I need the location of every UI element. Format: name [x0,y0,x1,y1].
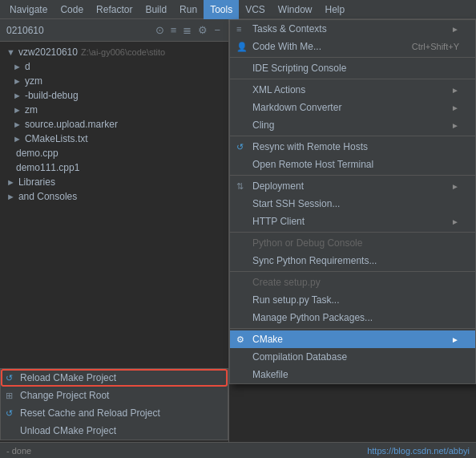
separator-4 [230,175,475,176]
rm-manage-packages[interactable]: Manage Python Packages... [230,309,475,326]
folder-icon-consoles: ► [6,192,15,201]
tree-label-marker: source.upload.marker [25,119,118,130]
reload-icon: ↺ [6,373,13,383]
separator-6 [230,271,475,272]
ctx-reset-cache[interactable]: ↺ Reset Cache and Reload Project [1,404,228,422]
tree-label-build: -build-debug [25,90,79,101]
rm-makefile[interactable]: Makefile [230,366,475,383]
status-url[interactable]: https://blog.csdn.net/abbyi [367,446,470,456]
deployment-icon: ⇅ [236,181,244,192]
rm-create-setup: Create setup.py [230,274,475,291]
tree-item-label: vzw20210610 [18,47,78,58]
rm-ssh[interactable]: Start SSH Session... [230,195,475,213]
tree-label-libraries: Libraries [18,176,55,188]
rm-remote-terminal[interactable]: Open Remote Host Terminal [230,156,475,173]
rm-python-debug: Python or Debug Console [230,234,475,252]
separator-5 [230,232,475,233]
ctx-change-root[interactable]: ⊞ Change Project Root [1,387,228,404]
separator-2 [230,79,475,79]
tree-item-cmake[interactable]: ► CMakeLists.txt [0,132,228,146]
tree-label-demo: demo.cpp [16,148,58,159]
menu-bar: Navigate Code Refactor Build Run Tools V… [0,0,476,19]
ctx-unload[interactable]: Unload CMake Project [1,422,228,440]
rm-compilation-db[interactable]: Compilation Database [230,348,475,366]
http-arrow: ► [451,217,459,226]
cmake-arrow: ► [451,335,459,344]
filter-icon[interactable]: ≣ [181,23,193,37]
rm-tasks[interactable]: ≡ Tasks & Contexts ► [230,20,475,38]
tree-item-root[interactable]: ▼ vzw20210610 Z:\ai-gy006\code\stito [0,45,228,59]
tree-item-build[interactable]: ► -build-debug [0,88,228,103]
reset-icon: ↺ [6,408,13,419]
menu-run[interactable]: Run [173,0,204,19]
tree-label-demo111: demo111.cpp1 [16,162,79,173]
settings-icon[interactable]: ⊙ [154,23,166,37]
separator-3 [230,136,475,136]
menu-window[interactable]: Window [272,0,319,19]
minus-icon[interactable]: − [212,23,222,37]
menu-navigate[interactable]: Navigate [3,0,54,19]
tree-item-zm[interactable]: ► zm [0,103,228,117]
rm-sync-python-label: Sync Python Requirements... [252,255,377,266]
cmake-context-menu: ↺ Reload CMake Project ⊞ Change Project … [0,368,228,440]
project-toolbar: ⊙ ≡ ≣ ⚙ − [154,23,222,37]
tree-item-marker[interactable]: ► source.upload.marker [0,117,228,132]
deployment-arrow: ► [451,182,459,191]
tree-label-d: d [25,61,30,72]
ctx-reload-label: Reload CMake Project [20,372,116,383]
cmake-icon: ⚙ [236,334,244,345]
codewithme-icon: 👤 [236,42,248,52]
menu-refactor[interactable]: Refactor [90,0,139,19]
menu-help[interactable]: Help [319,0,352,19]
tree-label-yzm: yzm [25,75,42,87]
separator-7 [230,328,475,329]
rm-cling-label: Cling [252,120,274,131]
left-panel: 0210610 ⊙ ≡ ≣ ⚙ − ▼ vzw20210610 Z:\ai-gy… [0,19,229,458]
tree-item-libraries[interactable]: ► Libraries [0,175,228,189]
rm-tasks-label: Tasks & Contexts [252,23,327,34]
rm-sync-python[interactable]: Sync Python Requirements... [230,252,475,270]
menu-code[interactable]: Code [54,0,90,19]
status-bar: - done https://blog.csdn.net/abbyi [0,442,476,458]
rm-deployment[interactable]: ⇅ Deployment ► [230,177,475,195]
rm-run-setup[interactable]: Run setup.py Task... [230,291,475,309]
rm-markdown[interactable]: Markdown Converter ► [230,99,475,116]
cling-arrow: ► [451,121,459,130]
menu-tools[interactable]: Tools [204,0,239,19]
rm-ide-scripting[interactable]: IDE Scripting Console [230,59,475,77]
tree-item-demo111[interactable]: demo111.cpp1 [0,160,228,175]
file-icon-cmake: ► [13,134,22,144]
tree-item-consoles[interactable]: ► and Consoles [0,189,228,204]
rm-resync[interactable]: ↺ Resync with Remote Hosts [230,138,475,156]
rm-xml[interactable]: XML Actions ► [230,81,475,99]
rm-create-setup-label: Create setup.py [252,277,321,288]
ctx-reload-cmake[interactable]: ↺ Reload CMake Project [1,369,228,387]
tree-item-path: Z:\ai-gy006\code\stito [81,47,165,57]
separator-1 [230,57,475,58]
change-icon: ⊞ [6,391,13,401]
folder-icon-build: ► [13,91,22,100]
rm-cmake[interactable]: ⚙ CMake ► [230,330,475,348]
rm-makefile-label: Makefile [252,369,288,380]
project-tree: ▼ vzw20210610 Z:\ai-gy006\code\stito ► d… [0,42,228,207]
rm-manage-packages-label: Manage Python Packages... [252,312,373,323]
rm-http[interactable]: HTTP Client ► [230,213,475,230]
tree-item-demo[interactable]: demo.cpp [0,146,228,160]
folder-icon: ▼ [6,47,15,57]
rm-python-debug-label: Python or Debug Console [252,237,362,249]
rm-codewithme[interactable]: 👤 Code With Me... Ctrl+Shift+Y [230,38,475,55]
rm-ide-label: IDE Scripting Console [252,63,346,74]
tree-label-consoles: and Consoles [18,191,77,202]
tree-item-d[interactable]: ► d [0,59,228,74]
xml-arrow: ► [451,86,459,95]
menu-vcs[interactable]: VCS [239,0,272,19]
list-icon[interactable]: ≡ [169,23,179,37]
menu-build[interactable]: Build [139,0,173,19]
gear-icon[interactable]: ⚙ [196,23,209,37]
rm-cling[interactable]: Cling ► [230,116,475,134]
rm-ssh-label: Start SSH Session... [252,198,340,209]
ide-content: 0210610 ⊙ ≡ ≣ ⚙ − ▼ vzw20210610 Z:\ai-gy… [0,19,476,458]
tools-dropdown-menu: ≡ Tasks & Contexts ► 👤 Code With Me... C… [229,19,476,384]
folder-icon-yzm: ► [13,76,22,86]
tree-item-yzm[interactable]: ► yzm [0,74,228,88]
